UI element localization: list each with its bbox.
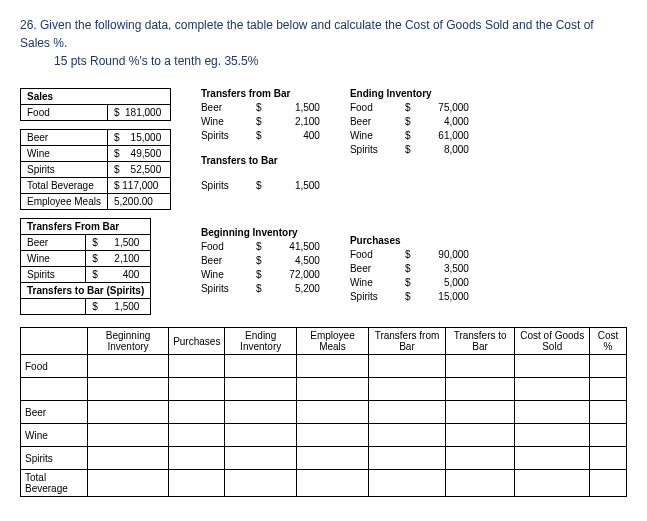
k: Food [350, 102, 405, 113]
question-text: 26.Given the following data, complete th… [20, 16, 627, 70]
k: Beer [201, 255, 256, 266]
row-label: Wine [21, 424, 88, 447]
k: Wine [201, 269, 256, 280]
k: Spirits [350, 291, 405, 302]
cur: $ [405, 249, 419, 260]
k: Wine [350, 277, 405, 288]
answer-table: Beginning Inventory Purchases Ending Inv… [20, 327, 627, 497]
cur: $ [256, 130, 270, 141]
v: 5,200 [270, 283, 320, 294]
col-end-inv: Ending Inventory [225, 328, 297, 355]
question-number: 26. [20, 16, 40, 34]
v: 90,000 [419, 249, 469, 260]
col-cost-pct: Cost % [590, 328, 627, 355]
col-xfer-from: Transfers from Bar [369, 328, 446, 355]
col-purchases: Purchases [169, 328, 225, 355]
row-label: Spirits [21, 267, 86, 283]
cur: $ [256, 255, 270, 266]
tfb-hdr: Transfers From Bar [21, 219, 151, 235]
purchases-hdr: Purchases [350, 235, 469, 246]
k: Beer [201, 102, 256, 113]
k: Food [350, 249, 405, 260]
v: 3,500 [419, 263, 469, 274]
k: Food [201, 241, 256, 252]
table-row: Beer [21, 401, 627, 424]
row-label: Beer [21, 235, 86, 251]
row-val: $ 49,500 [107, 146, 170, 162]
k: Spirits [350, 144, 405, 155]
begin-inv-hdr: Beginning Inventory [201, 227, 320, 238]
v: 5,000 [419, 277, 469, 288]
row-label: Beer [21, 130, 108, 146]
v: 2,100 [270, 116, 320, 127]
k: Wine [350, 130, 405, 141]
total-bev-val: $ 117,000 [107, 178, 170, 194]
col-blank [21, 328, 88, 355]
row-label: Beer [21, 401, 88, 424]
row-val: $ 181,000 [107, 105, 170, 121]
table-row: Spirits [21, 447, 627, 470]
v: 1,500 [270, 180, 320, 191]
v: 8,000 [419, 144, 469, 155]
col-begin-inv: Beginning Inventory [87, 328, 168, 355]
v: 15,000 [419, 291, 469, 302]
ttb-hdr: Transfers to Bar (Spirits) [21, 283, 151, 299]
cur: $ [256, 283, 270, 294]
v: 4,500 [270, 255, 320, 266]
header-row: Beginning Inventory Purchases Ending Inv… [21, 328, 627, 355]
left-col: Sales Food$ 181,000 Beer$ 15,000 Wine$ 4… [20, 88, 171, 315]
cur: $ [256, 102, 270, 113]
data-grid: Sales Food$ 181,000 Beer$ 15,000 Wine$ 4… [20, 88, 627, 315]
v: 400 [270, 130, 320, 141]
v: 72,000 [270, 269, 320, 280]
row-val: $ 400 [86, 267, 151, 283]
v: 1,500 [270, 102, 320, 113]
right-col: Ending Inventory Food$75,000 Beer$4,000 … [350, 88, 469, 315]
end-inv-hdr: Ending Inventory [350, 88, 469, 99]
cur: $ [405, 144, 419, 155]
col-emp-meals: Employee Meals [296, 328, 368, 355]
xfer-from-hdr: Transfers from Bar [201, 88, 320, 99]
table-row [21, 378, 627, 401]
k: Beer [350, 116, 405, 127]
k: Wine [201, 116, 256, 127]
row-label: Spirits [21, 162, 108, 178]
cur: $ [405, 263, 419, 274]
v: 61,000 [419, 130, 469, 141]
v: 4,000 [419, 116, 469, 127]
row-val: $ 2,100 [86, 251, 151, 267]
row-val: $ 15,000 [107, 130, 170, 146]
row-val: $ 52,500 [107, 162, 170, 178]
col-xfer-to: Transfers to Bar [445, 328, 514, 355]
sales-table: Sales Food$ 181,000 Beer$ 15,000 Wine$ 4… [20, 88, 171, 210]
table-row: Total Beverage [21, 470, 627, 497]
row-label [21, 378, 88, 401]
row-label: Spirits [21, 447, 88, 470]
cur: $ [256, 116, 270, 127]
cur: $ [256, 269, 270, 280]
cur: $ [405, 116, 419, 127]
table-row: Wine [21, 424, 627, 447]
k: Spirits [201, 180, 256, 191]
mid-col: Transfers from Bar Beer$1,500 Wine$2,100… [201, 88, 320, 315]
transfers-from-bar-table: Transfers From Bar Beer$ 1,500 Wine$ 2,1… [20, 218, 151, 315]
sales-hdr: Sales [21, 89, 171, 105]
row-label: Food [21, 355, 88, 378]
cur: $ [405, 102, 419, 113]
cur: $ [405, 277, 419, 288]
question-body: Given the following data, complete the t… [20, 18, 594, 50]
emp-meals: Employee Meals [21, 194, 108, 210]
emp-meals-val: 5,200.00 [107, 194, 170, 210]
row-label [21, 299, 86, 315]
v: 75,000 [419, 102, 469, 113]
row-label: Wine [21, 251, 86, 267]
cur: $ [256, 180, 270, 191]
xfer-to-hdr: Transfers to Bar [201, 155, 320, 166]
table-row: Food [21, 355, 627, 378]
row-val: $ 1,500 [86, 299, 151, 315]
k: Beer [350, 263, 405, 274]
question-sub: 15 pts Round %'s to a tenth eg. 35.5% [54, 52, 627, 70]
v: 41,500 [270, 241, 320, 252]
cur: $ [256, 241, 270, 252]
row-val: $ 1,500 [86, 235, 151, 251]
